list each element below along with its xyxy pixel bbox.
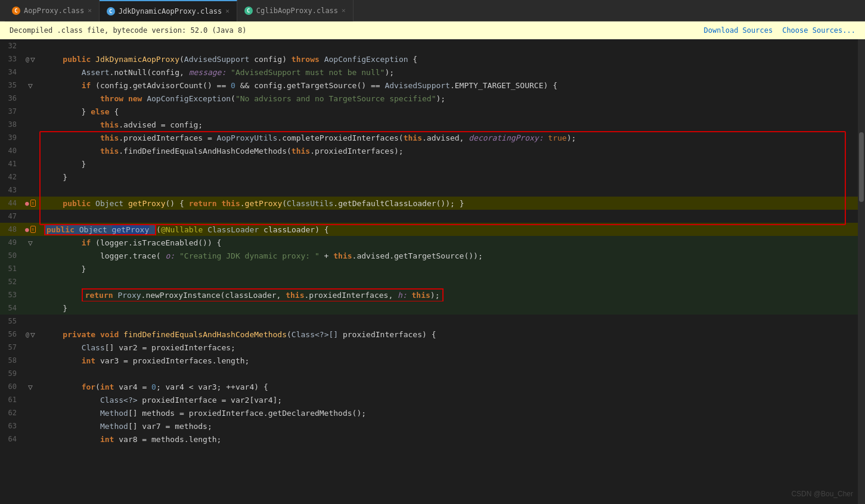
tab-label-aop: AopProxy.class	[24, 7, 84, 15]
code-line-54: 54 }	[0, 301, 858, 315]
code-line-43: 43	[0, 183, 858, 197]
tab-cglib[interactable]: C CglibAopProxy.class ✕	[237, 0, 354, 21]
info-bar: Decompiled .class file, bytecode version…	[0, 21, 865, 39]
code-line-62: 62 Method[] methods = proxiedInterface.g…	[0, 406, 858, 419]
code-line-39: 39 this.proxiedInterfaces = AopProxyUtil…	[0, 131, 858, 144]
tab-close-aop[interactable]: ✕	[88, 7, 92, 14]
chevron-icon-56: ▽	[30, 330, 35, 339]
code-line-35: 35 ▽ if (config.getAdvisorCount() == 0 &…	[0, 79, 858, 92]
code-line-49: 49 ▽ if (logger.isTraceEnabled()) {	[0, 236, 858, 249]
code-line-50: 50 logger.trace( o: "Creating JDK dynami…	[0, 249, 858, 262]
code-line-34: 34 Assert.notNull(config, message: "Advi…	[0, 66, 858, 79]
code-line-40: 40 this.findDefinedEqualsAndHashCodeMeth…	[0, 144, 858, 157]
code-line-48: 48 ● ↑ public Object getProxy (@Nullable…	[0, 223, 858, 236]
method-icon-44: ↑	[30, 200, 36, 207]
code-line-53: 53 return Proxy.newProxyInstance(classLo…	[0, 288, 858, 301]
vertical-scrollbar[interactable]	[858, 39, 865, 504]
code-line-32: 32	[0, 39, 858, 52]
chevron-icon-35: ▽	[28, 81, 33, 90]
code-line-63: 63 Method[] var7 = methods;	[0, 419, 858, 433]
scrollbar-thumb[interactable]	[859, 132, 864, 202]
code-line-51: 51 }	[0, 262, 858, 275]
code-line-38: 38 this.advised = config;	[0, 118, 858, 131]
breakpoint-icon-48: ●	[25, 226, 29, 234]
tab-jdk[interactable]: C JdkDynamicAopProxy.class ✕	[100, 0, 237, 21]
code-line-55: 55	[0, 315, 858, 328]
code-line-37: 37 } else {	[0, 105, 858, 118]
breakpoint-icon-44: ●	[25, 200, 29, 207]
code-line-56: 56 @ ▽ private void findDefinedEqualsAnd…	[0, 328, 858, 341]
tab-icon-cglib: C	[244, 7, 253, 15]
info-bar-links: Download Sources Choose Sources...	[704, 26, 855, 35]
watermark: CSDN @Bou_Cher	[791, 490, 853, 498]
code-line-58: 58 int var3 = proxiedInterfaces.length;	[0, 354, 858, 367]
choose-sources-link[interactable]: Choose Sources...	[782, 26, 855, 35]
code-line-57: 57 Class[] var2 = proxiedInterfaces;	[0, 341, 858, 354]
code-line-42: 42 }	[0, 170, 858, 183]
tab-aop[interactable]: C AopProxy.class ✕	[5, 0, 100, 21]
annotation-icon-33: @	[26, 56, 29, 63]
code-line-36: 36 throw new AopConfigException("No advi…	[0, 92, 858, 105]
code-line-60: 60 ▽ for(int var4 = 0; var4 < var3; ++va…	[0, 380, 858, 393]
method-icon-48: ↑	[30, 226, 36, 233]
code-line-44: 44 ● ↑ public Object getProxy() { return…	[0, 197, 858, 210]
tab-close-cglib[interactable]: ✕	[342, 7, 346, 14]
code-line-61: 61 Class<?> proxiedInterface = var2[var4…	[0, 393, 858, 406]
info-text: Decompiled .class file, bytecode version…	[10, 26, 246, 35]
code-line-59: 59	[0, 367, 858, 380]
tab-label-jdk: JdkDynamicAopProxy.class	[119, 7, 222, 15]
tab-bar: C AopProxy.class ✕ C JdkDynamicAopProxy.…	[0, 0, 865, 21]
code-line-52: 52	[0, 275, 858, 288]
code-line-33: 33 @ ▽ public JdkDynamicAopProxy(Advised…	[0, 52, 858, 66]
code-line-64: 64 int var8 = methods.length;	[0, 433, 858, 446]
tab-icon-aop: C	[12, 7, 20, 15]
annotation-icon-56: @	[26, 331, 29, 338]
chevron-icon-49: ▽	[28, 238, 33, 247]
chevron-icon-33: ▽	[30, 55, 35, 64]
tab-icon-jdk: C	[107, 7, 115, 15]
download-sources-link[interactable]: Download Sources	[704, 26, 773, 35]
editor: 32 33 @ ▽ public JdkDynamicAopProxy(Advi…	[0, 39, 865, 504]
chevron-icon-60: ▽	[28, 382, 33, 391]
tab-label-cglib: CglibAopProxy.class	[256, 7, 338, 15]
code-line-41: 41 }	[0, 157, 858, 170]
code-area[interactable]: 32 33 @ ▽ public JdkDynamicAopProxy(Advi…	[0, 39, 858, 504]
code-line-47: 47	[0, 210, 858, 223]
tab-close-jdk[interactable]: ✕	[225, 7, 230, 15]
